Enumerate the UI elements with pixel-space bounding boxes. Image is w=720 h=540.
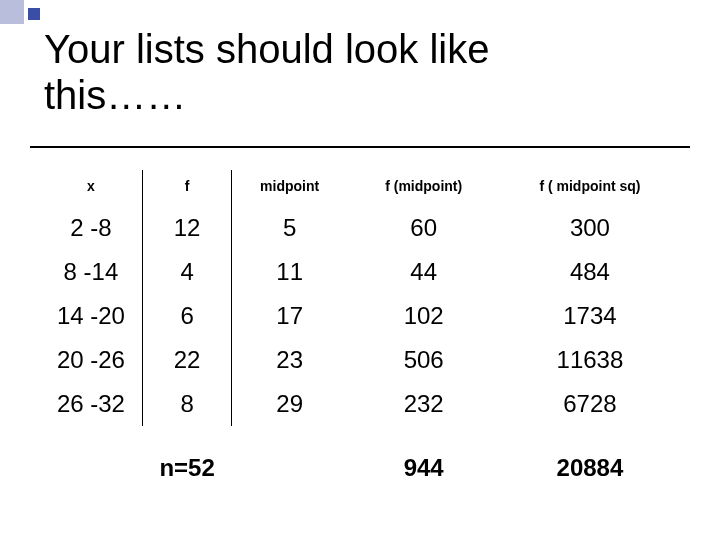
cell-x: 2 -8 <box>40 206 142 250</box>
cell-x: 26 -32 <box>40 382 142 426</box>
page-title: Your lists should look like this…… <box>44 26 690 118</box>
cell-x: 14 -20 <box>40 294 142 338</box>
title-rule <box>30 146 690 148</box>
cell-fm: 102 <box>347 294 500 338</box>
col-header-f: f <box>142 170 232 206</box>
cell-mid: 17 <box>232 294 347 338</box>
cell-fms: 1734 <box>500 294 679 338</box>
col-header-x: x <box>40 170 142 206</box>
cell-fm: 60 <box>347 206 500 250</box>
totals-sum-fm: 944 <box>347 426 500 490</box>
cell-mid: 5 <box>232 206 347 250</box>
cell-x: 8 -14 <box>40 250 142 294</box>
cell-fm: 232 <box>347 382 500 426</box>
col-header-mid: midpoint <box>232 170 347 206</box>
cell-f: 22 <box>142 338 232 382</box>
totals-empty <box>40 426 142 490</box>
table-row: 14 -20 6 17 102 1734 <box>40 294 680 338</box>
col-header-fms: f ( midpoint sq) <box>500 170 679 206</box>
cell-fm: 44 <box>347 250 500 294</box>
cell-f: 12 <box>142 206 232 250</box>
cell-fms: 11638 <box>500 338 679 382</box>
cell-f: 8 <box>142 382 232 426</box>
cell-x: 20 -26 <box>40 338 142 382</box>
col-header-fm: f (midpoint) <box>347 170 500 206</box>
totals-n: n=52 <box>142 426 232 490</box>
cell-mid: 29 <box>232 382 347 426</box>
cell-fms: 300 <box>500 206 679 250</box>
cell-f: 6 <box>142 294 232 338</box>
cell-f: 4 <box>142 250 232 294</box>
totals-row: n=52 944 20884 <box>40 426 680 490</box>
cell-fms: 6728 <box>500 382 679 426</box>
table-header-row: x f midpoint f (midpoint) f ( midpoint s… <box>40 170 680 206</box>
deco-square-large <box>0 0 24 24</box>
table: x f midpoint f (midpoint) f ( midpoint s… <box>40 170 680 490</box>
totals-empty <box>232 426 347 490</box>
cell-fms: 484 <box>500 250 679 294</box>
table-row: 20 -26 22 23 506 11638 <box>40 338 680 382</box>
cell-fm: 506 <box>347 338 500 382</box>
totals-sum-fms: 20884 <box>500 426 679 490</box>
table-row: 8 -14 4 11 44 484 <box>40 250 680 294</box>
cell-mid: 11 <box>232 250 347 294</box>
frequency-table: x f midpoint f (midpoint) f ( midpoint s… <box>40 170 680 490</box>
table-row: 26 -32 8 29 232 6728 <box>40 382 680 426</box>
table-row: 2 -8 12 5 60 300 <box>40 206 680 250</box>
cell-mid: 23 <box>232 338 347 382</box>
deco-square-small <box>28 8 40 20</box>
